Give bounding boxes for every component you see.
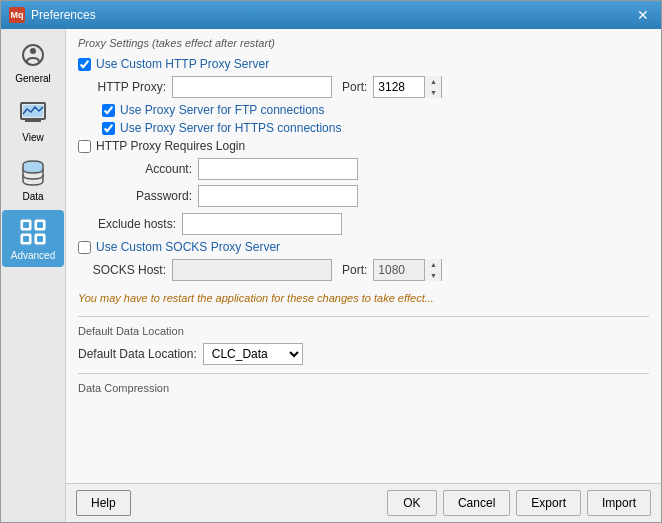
proxy-section-title: Proxy Settings (takes effect after resta…	[78, 37, 649, 49]
data-icon	[17, 157, 49, 189]
socks-port-up[interactable]: ▲	[425, 259, 441, 270]
cancel-button[interactable]: Cancel	[443, 490, 510, 516]
socks-host-label: SOCKS Host:	[92, 263, 172, 277]
http-proxy-row: HTTP Proxy: Port: ▲ ▼	[78, 76, 649, 98]
sidebar-item-label-view: View	[22, 132, 44, 143]
exclude-hosts-input[interactable]	[182, 213, 342, 235]
use-ftp-checkbox[interactable]	[102, 104, 115, 117]
content-area: Proxy Settings (takes effect after resta…	[66, 29, 661, 522]
use-socks-row: Use Custom SOCKS Proxy Server	[78, 240, 649, 254]
main-panel: Proxy Settings (takes effect after resta…	[66, 29, 661, 483]
dialog-body: General View	[1, 29, 661, 522]
socks-port-wrap: ▲ ▼	[373, 259, 442, 281]
sidebar-item-label-advanced: Advanced	[11, 250, 55, 261]
http-port-label: Port:	[342, 80, 367, 94]
use-https-row: Use Proxy Server for HTTPS connections	[78, 121, 649, 135]
use-ftp-label: Use Proxy Server for FTP connections	[120, 103, 325, 117]
requires-login-label: HTTP Proxy Requires Login	[96, 139, 245, 153]
restart-note: You may have to restart the application …	[78, 286, 649, 308]
account-row: Account:	[78, 158, 649, 180]
svg-rect-10	[37, 222, 43, 228]
password-input[interactable]	[198, 185, 358, 207]
use-ftp-row: Use Proxy Server for FTP connections	[78, 103, 649, 117]
sidebar-item-label-general: General	[15, 73, 51, 84]
requires-login-row: HTTP Proxy Requires Login	[78, 139, 649, 153]
separator-2	[78, 373, 649, 374]
sidebar-item-label-data: Data	[22, 191, 43, 202]
password-label: Password:	[108, 189, 198, 203]
export-button[interactable]: Export	[516, 490, 581, 516]
default-data-section-title: Default Data Location	[78, 325, 649, 337]
import-button[interactable]: Import	[587, 490, 651, 516]
svg-point-1	[30, 48, 36, 54]
http-port-wrap: ▲ ▼	[373, 76, 442, 98]
http-port-input[interactable]	[374, 77, 424, 97]
socks-host-input[interactable]	[172, 259, 332, 281]
svg-rect-11	[23, 236, 29, 242]
http-port-spinner: ▲ ▼	[424, 76, 441, 98]
http-port-up[interactable]: ▲	[425, 76, 441, 87]
socks-port-input[interactable]	[374, 260, 424, 280]
sidebar-item-advanced[interactable]: Advanced	[2, 210, 64, 267]
password-row: Password:	[78, 185, 649, 207]
svg-rect-12	[37, 236, 43, 242]
close-button[interactable]: ✕	[633, 5, 653, 25]
use-socks-checkbox[interactable]	[78, 241, 91, 254]
default-data-select[interactable]: CLC_Data Custom...	[203, 343, 303, 365]
socks-port-down[interactable]: ▼	[425, 270, 441, 281]
use-custom-http-label: Use Custom HTTP Proxy Server	[96, 57, 269, 71]
footer-right-buttons: OK Cancel Export Import	[387, 490, 651, 516]
footer-bar: Help OK Cancel Export Import	[66, 483, 661, 522]
ok-button[interactable]: OK	[387, 490, 437, 516]
dialog-title: Preferences	[31, 8, 627, 22]
default-data-row: Default Data Location: CLC_Data Custom..…	[78, 343, 649, 365]
sidebar-item-data[interactable]: Data	[2, 151, 64, 208]
http-proxy-label: HTTP Proxy:	[92, 80, 172, 94]
sidebar: General View	[1, 29, 66, 522]
socks-port-label: Port:	[342, 263, 367, 277]
separator-1	[78, 316, 649, 317]
use-socks-label: Use Custom SOCKS Proxy Server	[96, 240, 280, 254]
sidebar-item-general[interactable]: General	[2, 33, 64, 90]
use-https-label: Use Proxy Server for HTTPS connections	[120, 121, 341, 135]
http-port-down[interactable]: ▼	[425, 87, 441, 98]
socks-port-spinner: ▲ ▼	[424, 259, 441, 281]
use-custom-http-checkbox[interactable]	[78, 58, 91, 71]
help-button[interactable]: Help	[76, 490, 131, 516]
preferences-dialog: Mq Preferences ✕ General	[0, 0, 662, 523]
exclude-hosts-label: Exclude hosts:	[92, 217, 182, 231]
advanced-icon	[17, 216, 49, 248]
svg-rect-9	[23, 222, 29, 228]
general-icon	[17, 39, 49, 71]
data-compression-title: Data Compression	[78, 382, 649, 394]
requires-login-checkbox[interactable]	[78, 140, 91, 153]
title-bar: Mq Preferences ✕	[1, 1, 661, 29]
sidebar-item-view[interactable]: View	[2, 92, 64, 149]
view-icon	[17, 98, 49, 130]
exclude-hosts-row: Exclude hosts:	[78, 213, 649, 235]
account-label: Account:	[108, 162, 198, 176]
http-proxy-input[interactable]	[172, 76, 332, 98]
app-icon: Mq	[9, 7, 25, 23]
account-input[interactable]	[198, 158, 358, 180]
use-custom-http-row: Use Custom HTTP Proxy Server	[78, 57, 649, 71]
use-https-checkbox[interactable]	[102, 122, 115, 135]
default-data-label: Default Data Location:	[78, 347, 197, 361]
socks-host-row: SOCKS Host: Port: ▲ ▼	[78, 259, 649, 281]
